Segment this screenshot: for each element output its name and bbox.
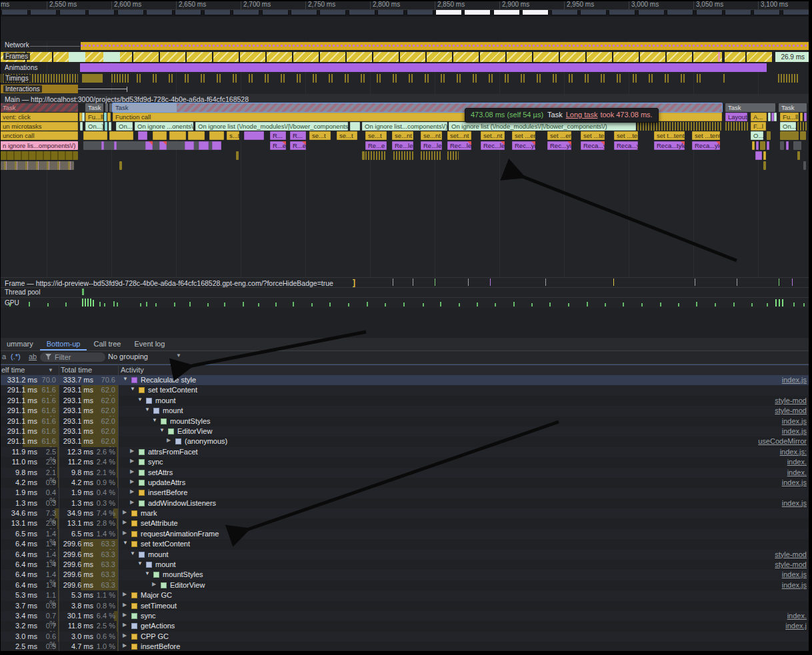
source-link[interactable]: index. [787,468,807,476]
source-link[interactable]: style-mod [775,396,807,404]
flame-event[interactable] [212,141,221,150]
table-row[interactable]: 291.1 ms61.6 %293.1 ms62.0 %▼mountstyle-… [0,396,812,406]
flame-event[interactable]: unction call [0,131,78,140]
filter-input[interactable]: Filter [40,352,105,362]
flame-event[interactable]: set ...tent [614,131,638,140]
table-row[interactable]: 291.1 ms61.6 %293.1 ms62.0 %▶(anonymous)… [0,436,812,446]
flame-event[interactable]: set...nt [481,131,505,140]
table-row[interactable]: 6.4 ms1.4 %299.6 ms63.3 %▼mountstyle-mod [0,550,812,560]
flame-event[interactable] [421,151,442,160]
flame-event[interactable] [169,131,186,140]
expand-arrow-icon[interactable]: ▶ [152,581,156,587]
col-activity[interactable]: Activity [121,366,144,374]
flame-event[interactable]: set ...ent [547,131,571,140]
expand-arrow-icon[interactable]: ▶ [123,642,127,648]
expand-arrow-icon[interactable]: ▶ [167,437,171,443]
expand-arrow-icon[interactable]: ▶ [123,509,127,515]
flame-event[interactable]: Rec...yle [547,141,571,150]
flame-event[interactable] [114,141,117,150]
tab-bottom-up[interactable]: Bottom-up [40,338,87,350]
flame-event[interactable] [199,141,209,150]
table-row[interactable]: 331.2 ms70.0 %333.7 ms70.6 %▼Recalculate… [0,375,812,385]
regex-icon[interactable]: (.*) [11,352,21,360]
flame-event[interactable] [82,113,85,121]
table-row[interactable]: 3.0 ms0.6 %3.0 ms0.6 %▶CPP GC [0,632,812,642]
flame-event[interactable] [768,113,771,121]
table-row[interactable]: 291.1 ms61.6 %293.1 ms62.0 %▼mountStyles… [0,416,812,426]
collapse-arrow-icon[interactable]: ▼ [145,406,150,412]
source-link[interactable]: style-mod [775,406,807,414]
flame-event[interactable]: Rec...yle [512,141,535,150]
table-row[interactable]: 9.8 ms2.1 %9.8 ms2.1 %▶setAttrsindex. [0,468,812,478]
flame-event[interactable]: Reca...yle [614,141,638,150]
flame-event[interactable]: Task [725,103,775,112]
flame-event[interactable] [138,131,147,140]
flame-event[interactable]: Re...le [421,141,442,150]
flame-event[interactable] [107,113,111,121]
flame-event[interactable] [105,103,108,112]
flame-event[interactable] [104,113,107,121]
flame-event[interactable] [797,151,800,160]
expand-arrow-icon[interactable]: ▶ [123,519,127,525]
source-link[interactable]: useCodeMirror [758,437,807,445]
source-link[interactable]: index. [787,612,807,620]
flame-event[interactable]: On ignore list (\/node_modules\/|\/bower… [195,122,348,131]
collapse-arrow-icon[interactable]: ▼ [137,396,143,402]
flame-event[interactable]: Re...e [365,141,387,150]
flame-event[interactable]: set ...tent [692,131,720,140]
flame-event[interactable]: Task [85,103,103,112]
source-link[interactable]: style-mod [775,560,807,568]
long-task-link[interactable]: Long task [566,111,598,119]
flame-event[interactable]: Reca...yle [692,141,720,150]
tab-event-log[interactable]: Event log [127,338,171,350]
flame-event[interactable]: R...e [270,141,286,150]
flame-event[interactable] [755,151,762,160]
flame-event[interactable]: Fu...ll [780,113,799,121]
table-row[interactable]: 5.3 ms1.1 %5.3 ms1.1 %▶Major GC [0,590,812,600]
expand-arrow-icon[interactable]: ▶ [123,530,127,536]
expand-arrow-icon[interactable]: ▶ [123,591,127,597]
flame-event[interactable]: R... [290,131,306,140]
collapse-arrow-icon[interactable]: ▼ [123,540,128,546]
flame-event[interactable] [350,122,360,131]
table-row[interactable]: 3.7 ms0.8 %3.8 ms0.8 %▶setTimeout [0,601,812,611]
flame-event[interactable] [756,141,759,150]
flame-event[interactable] [774,113,777,121]
source-link[interactable]: style-mod [775,550,807,558]
flame-event[interactable]: On ignore ...onents\/) [135,122,193,131]
flame-event[interactable]: On...) [116,122,133,131]
flame-event[interactable] [786,141,789,150]
source-link[interactable]: index.js [782,581,807,589]
tab-ummary[interactable]: ummary [0,338,40,350]
flame-event[interactable]: Task [0,103,78,112]
collapse-arrow-icon[interactable]: ▼ [130,386,135,392]
flame-event[interactable]: set ...tent [581,131,605,140]
flame-event[interactable] [80,122,83,131]
flame-event[interactable] [244,131,264,140]
flame-event[interactable] [159,141,167,150]
flame-event[interactable] [119,161,122,170]
source-link[interactable]: index.js [782,570,807,578]
flame-event[interactable]: R... [270,131,286,140]
flame-event[interactable] [209,131,224,140]
flame-event[interactable] [101,141,104,150]
flame-event[interactable] [109,131,133,140]
flame-event[interactable] [797,122,807,131]
flame-event[interactable]: set t...tent [654,131,685,140]
flame-event[interactable]: F...l [751,122,766,131]
flame-event[interactable] [188,131,205,140]
match-case-icon[interactable]: a [2,352,6,360]
table-row[interactable]: 11.0 ms2.3 %11.2 ms2.4 %▶syncindex. [0,457,812,467]
flame-event[interactable]: Rec...le [481,141,505,150]
tab-call-tree[interactable]: Call tree [87,338,127,350]
sort-arrow-icon[interactable]: ▼ [48,367,53,373]
flame-event[interactable] [447,151,459,160]
network-track-bar[interactable] [81,42,812,50]
flame-event[interactable]: Task [779,103,807,112]
flame-event[interactable] [0,161,74,170]
source-link[interactable]: index.js [782,417,807,425]
table-row[interactable]: 6.4 ms1.4 %299.6 ms63.3 %▼mountStylesind… [0,570,812,580]
expand-arrow-icon[interactable]: ▶ [130,468,134,474]
source-link[interactable]: index.js [782,499,807,507]
expand-arrow-icon[interactable]: ▶ [130,478,134,484]
